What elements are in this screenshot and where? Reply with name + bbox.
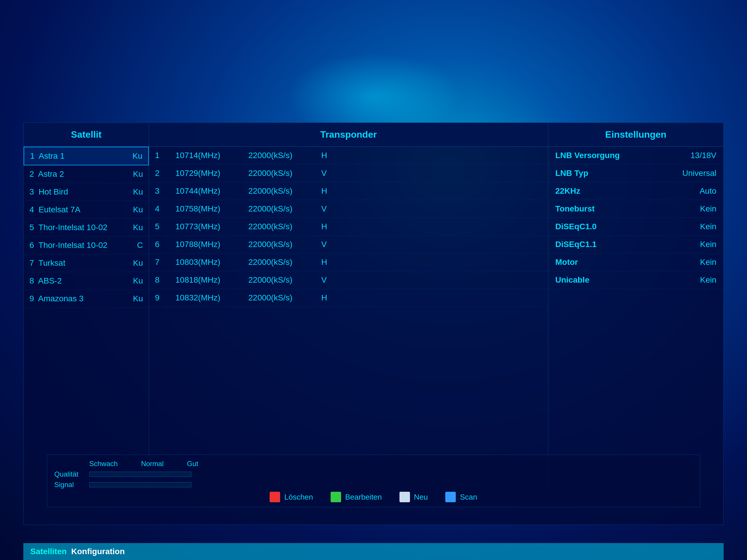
action-button-neu[interactable]: Neu [400, 492, 428, 502]
transponder-row[interactable]: 6 10788(MHz) 22000(kS/s) V [149, 236, 548, 254]
sat-band: Ku [133, 205, 143, 214]
quality-bar [89, 472, 191, 477]
footer-prefix: Satelliten Konfiguration [30, 547, 125, 556]
satellite-row[interactable]: 2 Astra 2Ku [24, 165, 149, 183]
setting-row: LNB Versorgung 13/18V [548, 147, 723, 164]
white-icon [400, 492, 410, 502]
setting-label: Unicable [555, 275, 589, 285]
sat-name: 1 Astra 1 [30, 151, 65, 161]
setting-label: LNB Typ [555, 168, 588, 178]
satellite-row[interactable]: 5 Thor-Intelsat 10-02Ku [24, 219, 149, 237]
tp-rate: 22000(kS/s) [248, 275, 312, 285]
sat-band: Ku [133, 223, 143, 232]
tp-freq: 10714(MHz) [175, 151, 239, 160]
action-button-scan[interactable]: Scan [445, 492, 477, 502]
label-normal: Normal [141, 460, 163, 468]
sat-name: 2 Astra 2 [29, 169, 64, 179]
tp-num: 3 [155, 186, 166, 196]
tp-pol: V [321, 240, 333, 249]
signal-row: Signal [54, 481, 693, 489]
content-area: 1 Astra 1Ku2 Astra 2Ku3 Hot BirdKu4 Eute… [24, 147, 723, 490]
blue-icon [445, 492, 456, 502]
tp-freq: 10729(MHz) [175, 168, 239, 178]
sat-band: Ku [133, 259, 143, 268]
tp-num: 7 [155, 258, 166, 267]
setting-label: 22KHz [555, 186, 581, 196]
transponder-row[interactable]: 4 10758(MHz) 22000(kS/s) V [149, 200, 548, 218]
satellite-row[interactable]: 3 Hot BirdKu [24, 183, 149, 201]
sat-name: 3 Hot Bird [29, 187, 68, 196]
tp-rate: 22000(kS/s) [248, 168, 312, 178]
setting-value: 13/18V [690, 151, 716, 160]
sat-name: 8 ABS-2 [29, 276, 62, 286]
tp-num: 5 [155, 222, 166, 231]
satellite-row[interactable]: 1 Astra 1Ku [24, 147, 149, 165]
tp-rate: 22000(kS/s) [248, 186, 312, 196]
tp-pol: H [321, 293, 333, 302]
tp-freq: 10773(MHz) [175, 222, 239, 231]
setting-row: LNB Typ Universal [548, 164, 723, 182]
label-gut: Gut [187, 460, 199, 468]
settings-column: LNB Versorgung 13/18V LNB Typ Universal … [548, 147, 723, 490]
setting-row: Motor Kein [548, 254, 723, 271]
transponder-row[interactable]: 3 10744(MHz) 22000(kS/s) H [149, 182, 548, 200]
action-label: Bearbeiten [345, 492, 382, 502]
bottom-bar: Schwach Normal Gut Qualität Signal Lösch… [47, 455, 700, 507]
tp-rate: 22000(kS/s) [248, 204, 312, 213]
tp-rate: 22000(kS/s) [248, 240, 312, 249]
signal-label: Signal [54, 481, 83, 489]
setting-row: DiSEqC1.0 Kein [548, 218, 723, 236]
tp-pol: H [321, 151, 333, 160]
column-headers: Satellit Transponder Einstellungen [24, 123, 723, 147]
setting-value: Kein [700, 222, 716, 231]
setting-row: DiSEqC1.1 Kein [548, 236, 723, 254]
tp-pol: H [321, 258, 333, 267]
transponder-row[interactable]: 7 10803(MHz) 22000(kS/s) H [149, 254, 548, 271]
sat-band: C [137, 241, 143, 250]
satellite-row[interactable]: 4 Eutelsat 7AKu [24, 201, 149, 219]
setting-value: Kein [700, 240, 716, 249]
tp-pol: H [321, 222, 333, 231]
tp-freq: 10832(MHz) [175, 293, 239, 302]
satellite-row[interactable]: 6 Thor-Intelsat 10-02C [24, 237, 149, 254]
tp-num: 2 [155, 168, 166, 178]
tp-freq: 10818(MHz) [175, 275, 239, 285]
tp-freq: 10788(MHz) [175, 240, 239, 249]
label-schwach: Schwach [89, 460, 118, 468]
satellite-row[interactable]: 8 ABS-2Ku [24, 272, 149, 290]
setting-row: 22KHz Auto [548, 182, 723, 200]
setting-value: Kein [700, 258, 716, 267]
setting-label: Motor [555, 258, 578, 267]
transponder-row[interactable]: 8 10818(MHz) 22000(kS/s) V [149, 271, 548, 289]
tp-num: 4 [155, 204, 166, 213]
tp-num: 6 [155, 240, 166, 249]
action-label: Löschen [284, 492, 313, 502]
tp-pol: H [321, 186, 333, 196]
action-button-löschen[interactable]: Löschen [269, 492, 313, 502]
action-buttons: Löschen Bearbeiten Neu Scan [54, 492, 693, 502]
footer: Satelliten Konfiguration [23, 543, 724, 560]
setting-label: Toneburst [555, 204, 595, 213]
setting-row: Unicable Kein [548, 271, 723, 289]
action-button-bearbeiten[interactable]: Bearbeiten [331, 492, 382, 502]
transponder-row[interactable]: 1 10714(MHz) 22000(kS/s) H [149, 147, 548, 164]
satellite-column: 1 Astra 1Ku2 Astra 2Ku3 Hot BirdKu4 Eute… [24, 147, 149, 490]
tp-num: 1 [155, 151, 166, 160]
setting-value: Universal [682, 168, 716, 178]
tp-pol: V [321, 168, 333, 178]
satellite-row[interactable]: 7 TurksatKu [24, 254, 149, 272]
transponder-row[interactable]: 5 10773(MHz) 22000(kS/s) H [149, 218, 548, 236]
tp-freq: 10803(MHz) [175, 258, 239, 267]
action-label: Neu [414, 492, 428, 502]
transponder-row[interactable]: 2 10729(MHz) 22000(kS/s) V [149, 164, 548, 182]
transponder-row[interactable]: 9 10832(MHz) 22000(kS/s) H [149, 289, 548, 307]
sat-band: Ku [132, 151, 143, 161]
green-icon [331, 492, 341, 502]
setting-value: Kein [700, 275, 716, 285]
sat-band: Ku [133, 187, 143, 196]
tp-rate: 22000(kS/s) [248, 222, 312, 231]
tp-rate: 22000(kS/s) [248, 293, 312, 302]
satellite-row[interactable]: 9 Amazonas 3Ku [24, 290, 149, 308]
sat-band: Ku [133, 294, 143, 303]
sat-band: Ku [133, 169, 143, 179]
